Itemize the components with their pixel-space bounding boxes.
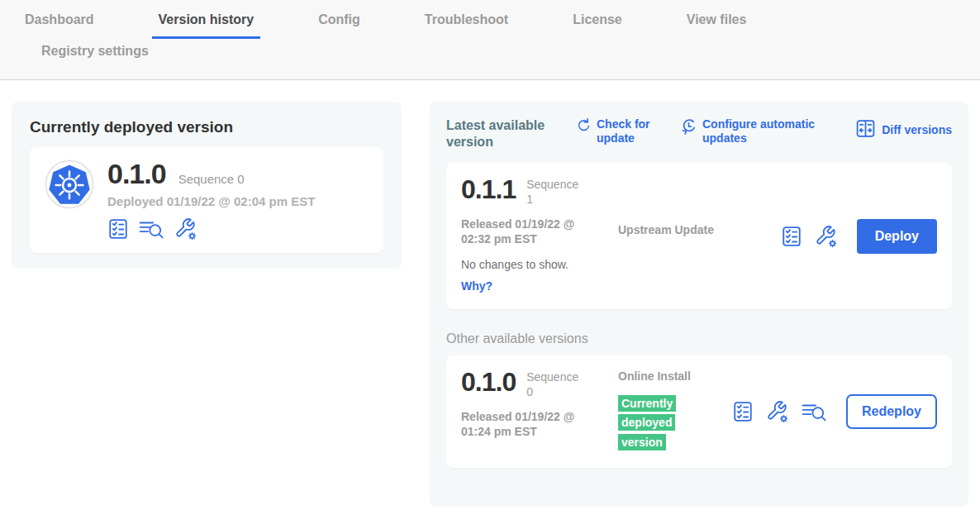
deployed-version-info: 0.1.0 Sequence 0 Deployed 01/19/22 @ 02:… [107, 160, 315, 241]
deployed-version-number: 0.1.0 [107, 160, 166, 188]
latest-version-actions: Deploy [781, 219, 937, 254]
nav-row-2: Registry settings [0, 39, 980, 68]
deployed-sequence: Sequence 0 [178, 172, 245, 186]
other-versions-title: Other available versions [446, 331, 952, 346]
top-nav: Dashboard Version history Config Trouble… [0, 0, 980, 80]
version-history-page: Dashboard Version history Config Trouble… [0, 0, 980, 529]
redeploy-button[interactable]: Redeploy [846, 394, 937, 429]
other-version-source: Online Install Currently deployed versio… [618, 369, 716, 455]
latest-version-card: 0.1.1 Sequence 1 Released 01/19/22 @ 02:… [446, 163, 952, 309]
upstream-update-label: Upstream Update [618, 222, 716, 237]
wrench-gear-icon[interactable] [815, 225, 838, 248]
check-for-update-label: Check for update [597, 117, 681, 145]
available-versions-panel: Latest available version Check for updat… [430, 102, 968, 507]
tab-version-history[interactable]: Version history [152, 12, 261, 39]
tab-dashboard[interactable]: Dashboard [18, 12, 101, 36]
why-link[interactable]: Why? [461, 279, 492, 293]
logs-magnifier-icon[interactable] [139, 219, 164, 240]
configure-auto-updates-link[interactable]: Configure automatic updates [681, 117, 838, 145]
latest-version-info: 0.1.1 Sequence 1 Released 01/19/22 @ 02:… [461, 176, 618, 296]
other-version-sequence: Sequence 0 [526, 369, 586, 399]
other-version-info: 0.1.0 Sequence 0 Released 01/19/22 @ 01:… [461, 369, 618, 455]
other-version-number: 0.1.0 [461, 369, 516, 395]
logs-magnifier-icon[interactable] [802, 402, 827, 422]
latest-version-source: Upstream Update [618, 176, 716, 296]
checklist-icon[interactable] [732, 401, 754, 422]
tab-troubleshoot[interactable]: Troubleshoot [418, 12, 515, 36]
diff-versions-link[interactable]: Diff versions [855, 117, 952, 142]
diff-versions-label: Diff versions [882, 123, 952, 137]
currently-deployed-title: Currently deployed version [30, 118, 383, 136]
deployed-timestamp: Deployed 01/19/22 @ 02:04 pm EST [107, 194, 315, 208]
deploy-button[interactable]: Deploy [857, 219, 937, 254]
no-changes-text: No changes to show. [461, 258, 618, 271]
tab-registry-settings[interactable]: Registry settings [35, 44, 155, 68]
other-version-card: 0.1.0 Sequence 0 Released 01/19/22 @ 01:… [446, 355, 952, 468]
online-install-label: Online Install [618, 369, 716, 384]
latest-version-number: 0.1.1 [461, 176, 516, 203]
configure-auto-updates-label: Configure automatic updates [702, 117, 838, 145]
checklist-icon[interactable] [107, 218, 129, 240]
currently-deployed-badge: Currently deployed version [618, 395, 676, 450]
wrench-gear-icon[interactable] [766, 400, 789, 423]
latest-version-released: Released 01/19/22 @ 02:32 pm EST [461, 217, 603, 246]
wrench-gear-icon[interactable] [174, 217, 197, 241]
refresh-icon [577, 117, 591, 137]
latest-version-header: Latest available version Check for updat… [446, 117, 952, 150]
tab-license[interactable]: License [566, 12, 629, 36]
nav-row-1: Dashboard Version history Config Trouble… [0, 0, 980, 39]
checklist-icon[interactable] [781, 226, 802, 247]
check-for-update-link[interactable]: Check for update [577, 117, 681, 145]
tab-view-files[interactable]: View files [680, 12, 754, 36]
schedule-update-icon [681, 117, 697, 139]
other-version-actions: Redeploy [732, 394, 937, 429]
other-version-released: Released 01/19/22 @ 01:24 pm EST [461, 409, 603, 439]
deployed-version-card: 0.1.0 Sequence 0 Deployed 01/19/22 @ 02:… [30, 147, 383, 253]
latest-version-sequence: Sequence 1 [526, 176, 586, 207]
diff-icon [855, 117, 876, 142]
tab-config[interactable]: Config [312, 12, 367, 36]
currently-deployed-card: Currently deployed version [12, 102, 402, 269]
kubernetes-logo-icon [45, 160, 94, 209]
currently-deployed-badge-wrap: Currently deployed version [618, 393, 678, 451]
latest-version-title: Latest available version [446, 117, 577, 150]
